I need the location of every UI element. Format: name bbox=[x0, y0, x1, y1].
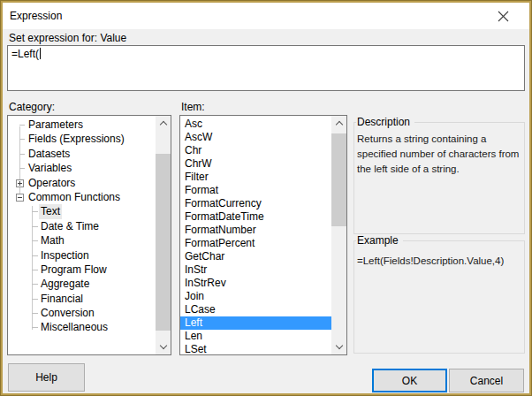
item-list-item[interactable]: FormatNumber bbox=[180, 224, 331, 237]
category-tree-item-label: Miscellaneous bbox=[39, 320, 110, 334]
set-expression-label: Set expression for: Value bbox=[9, 32, 126, 44]
expression-input[interactable]: =Left( bbox=[7, 45, 525, 91]
collapse-minus-icon[interactable] bbox=[16, 194, 24, 202]
description-text: Returns a string containing a specified … bbox=[357, 132, 522, 177]
item-list-item[interactable]: Filter bbox=[180, 171, 331, 184]
help-button[interactable]: Help bbox=[8, 363, 85, 392]
category-tree-item-label: Math bbox=[39, 233, 66, 248]
scroll-up-arrow-icon[interactable] bbox=[156, 116, 171, 131]
category-tree-item-label: Variables bbox=[27, 161, 73, 175]
title-bar: Expression bbox=[3, 3, 529, 29]
category-tree-item[interactable]: Financial bbox=[8, 292, 156, 306]
category-tree-item[interactable]: Datasets bbox=[8, 147, 156, 161]
item-list-item[interactable]: Left bbox=[180, 316, 331, 330]
item-list-item[interactable]: InStr bbox=[180, 263, 331, 277]
category-tree-rows: ParametersFields (Expressions)DatasetsVa… bbox=[8, 118, 156, 354]
tree-connector-stub bbox=[19, 125, 25, 126]
close-icon bbox=[498, 11, 509, 22]
category-label: Category: bbox=[9, 101, 55, 113]
expression-value: =Left( bbox=[11, 48, 39, 60]
item-scrollbar[interactable] bbox=[331, 116, 346, 354]
tree-connector-stub bbox=[19, 139, 25, 140]
category-tree-item-label: Program Flow bbox=[39, 263, 109, 277]
tree-connector-stub bbox=[32, 327, 38, 328]
item-list-rows: AscAscWChrChrWFilterFormatFormatCurrency… bbox=[180, 118, 331, 354]
category-tree-item-label: Conversion bbox=[39, 306, 96, 320]
window-title: Expression bbox=[10, 3, 62, 29]
example-groupbox: Example =Left(Fields!Description.Value,4… bbox=[353, 240, 525, 354]
category-scrollbar-thumb[interactable] bbox=[156, 154, 171, 331]
item-listbox: AscAscWChrChrWFilterFormatFormatCurrency… bbox=[179, 115, 347, 355]
category-tree-item-label: Common Functions bbox=[27, 190, 122, 204]
category-tree-item[interactable]: Operators bbox=[8, 176, 156, 190]
tree-connector-stub bbox=[19, 168, 25, 169]
category-tree-item-label: Aggregate bbox=[39, 277, 91, 291]
item-list-item[interactable]: Len bbox=[180, 330, 331, 343]
category-tree-item[interactable]: Parameters bbox=[8, 118, 156, 132]
item-list-item[interactable]: InStrRev bbox=[180, 277, 331, 290]
description-title: Description bbox=[356, 116, 414, 129]
item-list-item[interactable]: Chr bbox=[180, 144, 331, 157]
category-tree-item[interactable]: Aggregate bbox=[8, 277, 156, 291]
item-list-item[interactable]: FormatDateTime bbox=[180, 210, 331, 224]
item-list-item[interactable]: Format bbox=[180, 184, 331, 197]
item-label: Item: bbox=[181, 101, 205, 113]
category-tree-item[interactable]: Variables bbox=[8, 161, 156, 175]
tree-connector-stub bbox=[32, 313, 38, 314]
category-tree-item-label: Date & Time bbox=[39, 219, 101, 233]
example-title: Example bbox=[356, 234, 403, 248]
scroll-down-arrow-icon[interactable] bbox=[156, 339, 171, 354]
category-tree-item[interactable]: Miscellaneous bbox=[8, 320, 156, 334]
text-cursor bbox=[40, 48, 41, 59]
item-list-item[interactable]: GetChar bbox=[180, 250, 331, 263]
category-tree-item[interactable]: Text bbox=[8, 204, 156, 218]
category-tree-item-label: Fields (Expressions) bbox=[27, 132, 126, 146]
scroll-down-arrow-icon[interactable] bbox=[331, 339, 346, 354]
item-list-item[interactable]: ChrW bbox=[180, 157, 331, 171]
category-tree-item-label: Inspection bbox=[39, 248, 91, 263]
category-tree-item[interactable]: Fields (Expressions) bbox=[8, 132, 156, 146]
category-tree: ParametersFields (Expressions)DatasetsVa… bbox=[7, 115, 171, 355]
category-tree-item[interactable]: Math bbox=[8, 233, 156, 248]
category-tree-item-label: Text bbox=[39, 204, 62, 218]
category-tree-item-label: Operators bbox=[27, 176, 77, 190]
tree-connector-stub bbox=[32, 240, 38, 241]
item-list-item[interactable]: Asc bbox=[180, 118, 331, 131]
item-list-item[interactable]: AscW bbox=[180, 131, 331, 144]
category-tree-item[interactable]: Date & Time bbox=[8, 219, 156, 233]
item-list-item[interactable]: FormatPercent bbox=[180, 237, 331, 250]
scroll-up-arrow-icon[interactable] bbox=[331, 116, 346, 131]
category-tree-item[interactable]: Program Flow bbox=[8, 263, 156, 277]
description-groupbox: Description Returns a string containing … bbox=[353, 122, 525, 234]
example-code: =Left(Fields!Description.Value,4) bbox=[357, 254, 522, 269]
tree-connector-stub bbox=[32, 255, 38, 256]
tree-connector-stub bbox=[19, 154, 25, 155]
category-tree-item-label: Financial bbox=[39, 292, 85, 306]
item-list-item[interactable]: FormatCurrency bbox=[180, 197, 331, 210]
category-tree-item-label: Datasets bbox=[27, 147, 72, 161]
tree-connector-stub bbox=[32, 211, 38, 212]
item-list-item[interactable]: Join bbox=[180, 290, 331, 303]
expression-dialog: Expression Set expression for: Value =Le… bbox=[0, 0, 532, 396]
ok-button[interactable]: OK bbox=[372, 369, 447, 392]
tree-connector-stub bbox=[32, 299, 38, 300]
category-scrollbar[interactable] bbox=[156, 116, 171, 354]
category-tree-item-label: Parameters bbox=[27, 118, 85, 132]
expand-plus-icon[interactable] bbox=[16, 179, 24, 187]
close-button[interactable] bbox=[485, 3, 521, 29]
tree-connector-stub bbox=[32, 226, 38, 227]
tree-connector-stub bbox=[32, 284, 38, 285]
category-tree-item[interactable]: Conversion bbox=[8, 306, 156, 320]
category-tree-item[interactable]: Inspection bbox=[8, 248, 156, 263]
item-scrollbar-thumb[interactable] bbox=[331, 133, 346, 226]
item-list-item[interactable]: LCase bbox=[180, 303, 331, 316]
cancel-button[interactable]: Cancel bbox=[449, 369, 524, 392]
item-list-item[interactable]: LSet bbox=[180, 343, 331, 354]
category-tree-item[interactable]: Common Functions bbox=[8, 190, 156, 204]
tree-connector-stub bbox=[32, 270, 38, 270]
